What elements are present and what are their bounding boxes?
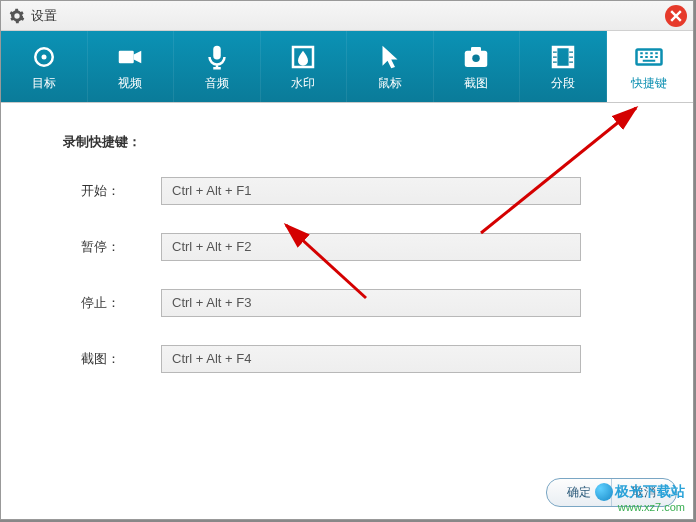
watermark-text: 极光下载站: [615, 483, 685, 499]
svg-rect-3: [213, 45, 221, 59]
watermark-url: www.xz7.com: [595, 501, 685, 513]
tab-label: 鼠标: [378, 75, 402, 92]
svg-line-10: [481, 108, 636, 233]
svg-point-1: [41, 54, 46, 59]
tab-label: 快捷键: [631, 75, 667, 92]
video-icon: [115, 42, 145, 72]
settings-window: 设置 目标 视频 音频 水印 鼠标 截图: [0, 0, 694, 520]
tab-target[interactable]: 目标: [1, 31, 88, 102]
field-row-stop: 停止： Ctrl + Alt + F3: [51, 289, 643, 317]
field-label: 截图：: [51, 350, 161, 368]
film-icon: [548, 42, 578, 72]
shortcut-input-start[interactable]: Ctrl + Alt + F1: [161, 177, 581, 205]
tab-bar: 目标 视频 音频 水印 鼠标 截图 分段 快捷键: [1, 31, 693, 103]
tab-label: 目标: [32, 75, 56, 92]
tab-screenshot[interactable]: 截图: [434, 31, 521, 102]
tab-label: 水印: [291, 75, 315, 92]
camera-icon: [461, 42, 491, 72]
gear-icon: [9, 8, 25, 24]
svg-point-6: [473, 54, 481, 62]
titlebar: 设置: [1, 1, 693, 31]
field-label: 暂停：: [51, 238, 161, 256]
tab-label: 截图: [464, 75, 488, 92]
target-icon: [29, 42, 59, 72]
annotation-arrow-icon: [471, 93, 671, 243]
content-area: 录制快捷键： 开始： Ctrl + Alt + F1 暂停： Ctrl + Al…: [1, 103, 693, 463]
shortcut-input-pause[interactable]: Ctrl + Alt + F2: [161, 233, 581, 261]
watermark-icon: [288, 42, 318, 72]
field-row-start: 开始： Ctrl + Alt + F1: [51, 177, 643, 205]
section-title: 录制快捷键：: [63, 133, 643, 151]
tab-label: 视频: [118, 75, 142, 92]
watermark: 极光下载站 www.xz7.com: [595, 482, 685, 513]
window-title: 设置: [31, 7, 57, 25]
field-label: 开始：: [51, 182, 161, 200]
watermark-logo-icon: [595, 483, 613, 501]
tab-video[interactable]: 视频: [88, 31, 175, 102]
tab-watermark[interactable]: 水印: [261, 31, 348, 102]
field-row-pause: 暂停： Ctrl + Alt + F2: [51, 233, 643, 261]
svg-rect-7: [471, 47, 481, 52]
tab-mouse[interactable]: 鼠标: [347, 31, 434, 102]
svg-rect-2: [119, 50, 134, 63]
tab-shortcut[interactable]: 快捷键: [607, 31, 694, 102]
tab-label: 分段: [551, 75, 575, 92]
cursor-icon: [375, 42, 405, 72]
shortcut-input-screenshot[interactable]: Ctrl + Alt + F4: [161, 345, 581, 373]
tab-audio[interactable]: 音频: [174, 31, 261, 102]
close-button[interactable]: [665, 5, 687, 27]
tab-label: 音频: [205, 75, 229, 92]
field-row-screenshot: 截图： Ctrl + Alt + F4: [51, 345, 643, 373]
keyboard-icon: [634, 42, 664, 72]
tab-segment[interactable]: 分段: [520, 31, 607, 102]
microphone-icon: [202, 42, 232, 72]
field-label: 停止：: [51, 294, 161, 312]
shortcut-input-stop[interactable]: Ctrl + Alt + F3: [161, 289, 581, 317]
